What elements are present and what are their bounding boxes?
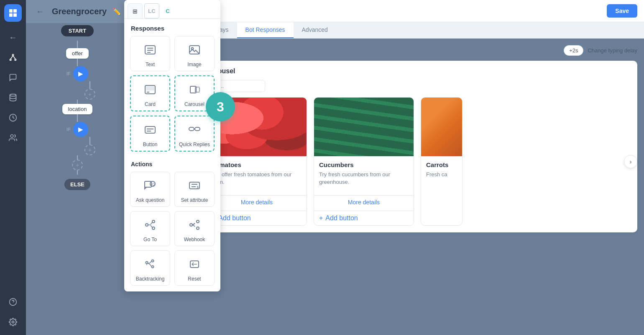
svg-point-38 (152, 227, 155, 229)
back-button[interactable]: ← (34, 5, 46, 18)
goto-label: Go To (143, 237, 157, 242)
tomatoes-desc: We offer fresh tomatoes from our farm. (212, 171, 302, 186)
svg-point-44 (152, 266, 154, 268)
action-ask-question[interactable]: Q Ask question (130, 172, 170, 207)
carousel-container: Carousel Tomatoes We offer fresh tomatoe… (200, 61, 637, 232)
sidebar-icon-database[interactable] (4, 89, 22, 106)
response-item-text[interactable]: Text (130, 36, 170, 71)
carrots-body: Carrots Fresh ca (421, 156, 462, 188)
add-button-label-2: Add button (325, 214, 358, 222)
right-panel: → offer Save User Says Bot Responses Adv… (193, 0, 644, 335)
arrow-btn-1[interactable]: ▶ (73, 66, 88, 81)
goto-icon (141, 216, 159, 234)
carrot-image (421, 98, 462, 156)
sidebar-icon-clock[interactable] (4, 109, 22, 126)
add-icon-2: + (319, 214, 323, 222)
carousel-icon (185, 80, 204, 99)
set-attribute-icon (185, 176, 204, 195)
ask-question-label: Ask question (136, 197, 165, 203)
cards-wrapper: Tomatoes We offer fresh tomatoes from ou… (207, 97, 631, 226)
svg-point-36 (146, 224, 148, 226)
webhook-label: Webhook (184, 237, 205, 242)
svg-point-2 (15, 59, 16, 60)
typing-delay-row: +2s Change typing delay (200, 45, 637, 56)
actions-title: Actions (124, 157, 220, 170)
image-label: Image (187, 62, 201, 67)
add-btn-2[interactable]: + (84, 144, 95, 155)
svg-point-41 (197, 227, 199, 229)
left-sidebar: ← (0, 0, 26, 335)
action-webhook[interactable]: Webhook (174, 211, 215, 246)
arrow-btn-2[interactable]: ▶ (73, 122, 88, 137)
flow-start: START offer IF ▶ + (59, 25, 95, 190)
panel-tab-grid[interactable]: ⊞ (128, 3, 143, 18)
sidebar-icon-users[interactable] (4, 129, 22, 147)
tab-bot-responses[interactable]: Bot Responses (237, 22, 294, 38)
else-node: ELSE (64, 179, 90, 190)
backtracking-icon (141, 255, 159, 273)
svg-point-5 (10, 94, 16, 96)
actions-grid: Q Ask question Set attribute Go To (124, 170, 220, 291)
right-tabs: User Says Bot Responses Advanced (193, 22, 644, 39)
cucumbers-desc: Try fresh cucumbers from our greenhouse. (319, 171, 409, 186)
panel-title: Responses (124, 19, 220, 36)
add-btn-middle[interactable]: + (72, 160, 83, 170)
location-label-box: location (62, 104, 93, 114)
filter-row (207, 80, 631, 92)
card-label: Card (145, 101, 156, 107)
panel-tabs: ⊞ LC C (124, 0, 220, 19)
svg-line-4 (13, 56, 15, 59)
panel-tab-code[interactable]: C (160, 3, 175, 18)
offer-label-box: offer (66, 48, 89, 59)
if-row-1: IF ▶ (66, 66, 88, 81)
image-icon (185, 41, 204, 59)
carrots-title: Carrots (426, 161, 457, 168)
carousel-header: Carousel (207, 67, 631, 75)
sidebar-icon-flows[interactable] (4, 49, 22, 66)
panel-tab-list[interactable]: LC (144, 3, 159, 18)
if-badge-2: IF (66, 127, 71, 132)
response-item-card[interactable]: Card (130, 75, 170, 111)
button-label: Button (143, 142, 158, 147)
action-reset[interactable]: Reset (174, 250, 215, 286)
responses-grid: Text Image Card (124, 36, 220, 157)
right-content: +2s Change typing delay Carousel Tomato (193, 39, 644, 335)
action-set-attribute[interactable]: Set attribute (174, 172, 215, 207)
cucumber-image (314, 98, 414, 156)
edit-icon[interactable]: ✏️ (112, 8, 121, 15)
delay-text[interactable]: Change typing delay (588, 47, 637, 54)
cucumbers-add-button[interactable]: + Add button (314, 211, 414, 225)
sidebar-icon-back[interactable]: ← (4, 28, 22, 46)
svg-point-37 (152, 220, 155, 223)
delay-badge[interactable]: +2s (564, 45, 583, 56)
webhook-icon (185, 216, 204, 234)
action-goto[interactable]: Go To (130, 211, 170, 246)
svg-rect-23 (145, 126, 155, 133)
reset-label: Reset (188, 276, 201, 282)
add-btn-1[interactable]: + (84, 89, 95, 100)
node-name-input[interactable]: offer (212, 8, 603, 15)
sidebar-icon-help[interactable] (4, 293, 22, 311)
sidebar-icon-settings[interactable] (4, 313, 22, 331)
response-item-image[interactable]: Image (174, 36, 215, 71)
save-button[interactable]: Save (607, 4, 637, 18)
tab-advanced[interactable]: Advanced (294, 22, 336, 38)
cucumbers-more-details[interactable]: More details (314, 195, 414, 209)
svg-rect-26 (189, 127, 194, 131)
quick-replies-label: Quick Replies (179, 142, 210, 147)
card-carrots: Carrots Fresh ca (421, 97, 463, 226)
app-logo[interactable] (4, 4, 22, 22)
button-icon (141, 121, 159, 139)
svg-line-3 (10, 56, 13, 59)
ask-question-icon: Q (141, 176, 159, 195)
response-item-quick-replies[interactable]: Quick Replies (174, 116, 215, 152)
sidebar-icon-chat[interactable] (4, 69, 22, 86)
main-content: ← Greengrocery ✏️ START offer IF ▶ (26, 0, 644, 335)
action-backtracking[interactable]: Backtracking (130, 250, 170, 286)
response-item-button[interactable]: Button (130, 116, 170, 152)
carousel-next-btn[interactable]: › (624, 155, 637, 168)
quick-replies-icon (185, 121, 204, 139)
svg-point-40 (197, 220, 199, 223)
start-node: START (61, 25, 94, 36)
flow-diagram: START offer IF ▶ + (59, 25, 95, 190)
